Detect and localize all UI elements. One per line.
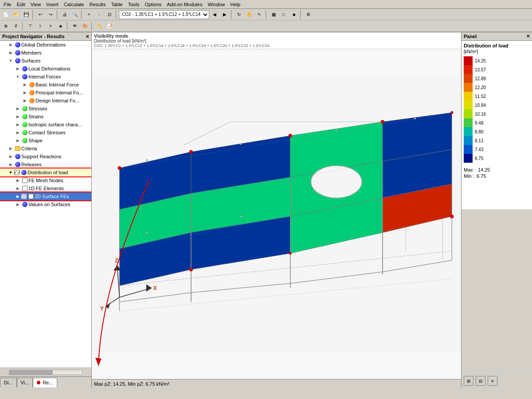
view-side-button[interactable]: ⊧ — [46, 21, 55, 31]
pan-button[interactable]: ✋ — [244, 10, 254, 20]
prev-lc-button[interactable]: ◀ — [210, 10, 219, 20]
expand-icon[interactable]: ▶ — [14, 113, 21, 120]
tree-item-local-deformations[interactable]: ▶ Local Deformations — [0, 65, 91, 73]
expand-icon[interactable]: ▶ — [7, 41, 14, 48]
right-panel-close-button[interactable]: ✕ — [526, 34, 530, 39]
tab-di[interactable]: Di... — [0, 378, 17, 387]
tree-item-isotropic[interactable]: ▶ Isotropic surface chara... — [0, 121, 91, 129]
print-button[interactable]: 🖨 — [60, 10, 70, 20]
expand-icon[interactable]: ▶ — [21, 97, 28, 104]
print-preview-button[interactable]: 🔍 — [70, 10, 80, 20]
render-button[interactable]: ▦ — [269, 10, 278, 20]
view-3d-button[interactable]: ◈ — [56, 21, 66, 31]
tree-label: Distribution of load — [27, 170, 68, 175]
menu-table[interactable]: Table — [108, 1, 125, 8]
sphere-icon — [20, 169, 27, 176]
tab-re[interactable]: Re... — [33, 378, 57, 387]
tree-item-releases[interactable]: ▶ Releases — [0, 160, 91, 168]
tree-item-global-deformations[interactable]: ▶ Global Deformations — [0, 41, 91, 49]
tree-item-1d-fe-elements[interactable]: ▶ 1D FE Elements — [0, 184, 91, 192]
tree-item-support-reactions[interactable]: ▶ Support Reactions — [0, 153, 91, 160]
menu-help[interactable]: Help — [228, 1, 243, 8]
tree-item-internal-forces[interactable]: ▼ Internal Forces — [0, 73, 91, 81]
tab-vi[interactable]: Vi... — [17, 378, 33, 387]
expand-icon[interactable]: ▶ — [14, 137, 21, 144]
menu-addon[interactable]: Add-on Modules — [164, 1, 205, 8]
settings-button[interactable]: ⚙ — [303, 10, 313, 20]
tree-item-2d-surface-fes[interactable]: ▶ ✓ 2D Surface FEs — [0, 192, 91, 200]
select-button[interactable]: ↖ — [254, 10, 264, 20]
tree-item-criteria[interactable]: ▶ Criteria — [0, 145, 91, 153]
legend-labels: 14.25 13.57 12.89 12.20 11.52 10.84 10.1… — [475, 56, 486, 163]
tree-item-values-on-surfaces[interactable]: ▶ Values on Surfaces — [0, 200, 91, 208]
load-combination-select[interactable]: CO2 - 1.35*LC1 + 1.5*LC12 + 1.5*LC14 — [119, 10, 209, 19]
expand-icon[interactable]: ▶ — [7, 145, 14, 152]
menu-window[interactable]: Window — [205, 1, 227, 8]
view-top-button[interactable]: ⊤ — [25, 21, 35, 31]
tree-item-shape[interactable]: ▶ Shape — [0, 137, 91, 145]
color-button[interactable]: 🎨 — [80, 21, 90, 31]
tree-item-distribution-of-load[interactable]: ▼ ✓ Distribution of load — [0, 168, 91, 176]
zoom-in-button[interactable]: + — [84, 10, 94, 20]
tree-item-surfaces[interactable]: ▼ Surfaces — [0, 57, 91, 65]
expand-icon[interactable]: ▶ — [21, 89, 28, 96]
tree-item-principal-internal[interactable]: ▶ Principal Internal Fo... — [0, 89, 91, 97]
redo-button[interactable]: ↪ — [46, 10, 55, 20]
expand-icon[interactable]: ▶ — [14, 105, 21, 112]
expand-icon[interactable]: ▶ — [21, 81, 28, 88]
expand-icon[interactable]: ▼ — [14, 73, 21, 80]
panel-icon-btn-2[interactable]: ⊟ — [476, 376, 485, 386]
tree-item-strains[interactable]: ▶ Strains — [0, 113, 91, 121]
annotation-button[interactable]: 📝 — [105, 21, 114, 31]
tree-item-basic-internal-force[interactable]: ▶ Basic Internal Force — [0, 81, 91, 89]
canvas-area[interactable]: X Z Y — [92, 49, 461, 379]
menu-insert[interactable]: Insert — [43, 1, 61, 8]
view-front-button[interactable]: ⊦ — [35, 21, 45, 31]
rotate-button[interactable]: ↻ — [234, 10, 244, 20]
tree-item-fe-mesh-nodes[interactable]: ▶ FE Mesh Nodes — [0, 176, 91, 184]
status-bar: Max pZ: 14.25, Min pZ: 6.75 kN/m² — [92, 379, 461, 388]
expand-icon[interactable]: ▶ — [14, 177, 21, 184]
panel-icon-btn-1[interactable]: ⊞ — [464, 376, 473, 386]
panel-icon-btn-3[interactable]: ≡ — [488, 376, 497, 386]
measure-button[interactable]: 📏 — [94, 21, 104, 31]
solid-button[interactable]: ■ — [289, 10, 299, 20]
next-lc-button[interactable]: ▶ — [220, 10, 230, 20]
new-button[interactable]: 📄 — [1, 10, 11, 20]
zoom-out-button[interactable]: - — [94, 10, 104, 20]
horizontal-scrollbar[interactable] — [0, 368, 91, 376]
expand-icon[interactable]: ▶ — [7, 161, 14, 168]
expand-icon[interactable]: ▶ — [7, 153, 14, 160]
visibility-button[interactable]: 👁 — [70, 21, 80, 31]
tree-item-stresses[interactable]: ▶ Stresses — [0, 105, 91, 113]
open-button[interactable]: 📂 — [11, 10, 21, 20]
expand-icon[interactable]: ▶ — [14, 201, 21, 208]
menu-tools[interactable]: Tools — [125, 1, 142, 8]
distribution-checkbox[interactable]: ✓ — [14, 170, 20, 175]
snap-button[interactable]: ⊕ — [1, 21, 11, 31]
expand-icon[interactable]: ▶ — [7, 49, 14, 56]
expand-icon[interactable]: ▶ — [14, 65, 21, 72]
tree-item-contact-stresses[interactable]: ▶ Contact Stresses — [0, 129, 91, 137]
menu-calculate[interactable]: Calculate — [61, 1, 87, 8]
swatch-8 — [464, 118, 473, 127]
surface-fes-checkbox[interactable]: ✓ — [21, 194, 27, 199]
grid-button[interactable]: # — [11, 21, 21, 31]
expand-icon[interactable]: ▶ — [14, 121, 21, 128]
save-button[interactable]: 💾 — [21, 10, 31, 20]
undo-button[interactable]: ↩ — [35, 10, 45, 20]
menu-file[interactable]: File — [1, 1, 14, 8]
wireframe-button[interactable]: □ — [279, 10, 289, 20]
expand-icon[interactable]: ▼ — [7, 57, 14, 64]
menu-edit[interactable]: Edit — [14, 1, 28, 8]
zoom-fit-button[interactable]: ⊡ — [105, 10, 114, 20]
expand-icon[interactable]: ▶ — [14, 185, 21, 192]
tree-item-members[interactable]: ▶ Members — [0, 49, 91, 57]
menu-results[interactable]: Results — [87, 1, 109, 8]
expand-icon[interactable]: ▶ — [14, 129, 21, 136]
panel-close-button[interactable]: ✕ — [86, 34, 89, 39]
tree-item-design-internal[interactable]: ▶ Design Internal Fo... — [0, 97, 91, 105]
menu-view[interactable]: View — [28, 1, 44, 8]
svg-point-40 — [189, 150, 193, 153]
menu-options[interactable]: Options — [142, 1, 164, 8]
